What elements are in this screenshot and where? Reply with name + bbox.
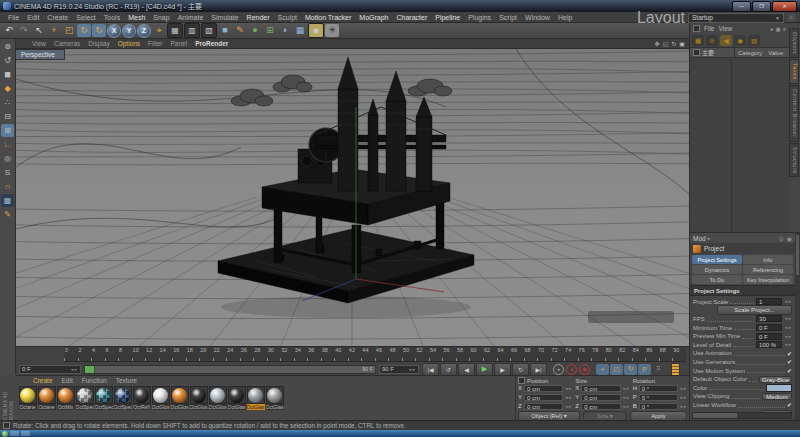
menu-item[interactable]: Pipeline — [431, 14, 464, 21]
take-view-menu[interactable]: View — [718, 25, 732, 32]
viewport-canvas[interactable]: Perspective — [16, 49, 689, 346]
scale-icon[interactable]: ◰ — [62, 24, 76, 37]
viewport-menu-item[interactable]: Display — [84, 40, 113, 47]
attribute-tab[interactable]: To Do — [692, 275, 742, 284]
take-file-menu[interactable]: File — [704, 25, 714, 32]
play-button[interactable]: ▶ — [476, 363, 493, 376]
vertical-scrollbar[interactable] — [795, 233, 800, 420]
goto-end-button[interactable]: ▶| — [530, 363, 547, 376]
material-item[interactable]: OctGlas — [265, 386, 284, 410]
attribute-tab[interactable]: Referencing — [743, 265, 793, 274]
menu-item[interactable]: Simulate — [207, 14, 242, 21]
previous-frame-button[interactable]: ◀ — [458, 363, 475, 376]
material-item[interactable]: Octane — [37, 386, 56, 410]
light-icon[interactable]: ☀ — [325, 24, 339, 37]
taskbar-app[interactable] — [21, 431, 30, 436]
size-field[interactable]: X0 cm◄► — [575, 384, 629, 392]
pan-view-icon[interactable]: ✥ — [655, 40, 660, 47]
menu-item[interactable]: Script — [495, 14, 521, 21]
attribute-tab[interactable]: Dynamics — [692, 265, 742, 274]
viewport-menu-item[interactable]: Options — [114, 40, 144, 47]
render-settings-icon[interactable]: ▧ — [201, 23, 217, 38]
material-item[interactable]: OctGlos — [151, 386, 170, 410]
attribute-row[interactable]: Use Motion System ◄► ✔ Use Motion System — [693, 367, 792, 375]
minimize-button[interactable]: — — [732, 1, 751, 12]
key-scale-toggle[interactable]: ◰ — [610, 364, 623, 375]
menu-item[interactable]: Motion Tracker — [301, 14, 355, 21]
magnet-icon[interactable]: ∩ — [1, 180, 14, 193]
take-override-pane[interactable] — [732, 58, 789, 232]
material-item[interactable]: OctRefl — [132, 386, 151, 410]
panel-pin-icon[interactable]: ▣ — [776, 26, 781, 32]
attr-section-header[interactable]: Project Settings — [690, 285, 795, 296]
viewport-label[interactable]: Perspective — [16, 49, 65, 60]
panel-menu-icon[interactable]: ≡ — [783, 26, 786, 32]
layout-dropdown[interactable]: Startup▼ — [688, 13, 784, 23]
panel-arrow-icon[interactable]: ▸ — [771, 26, 774, 32]
attribute-row[interactable]: Preview Min Time 0 F ◄► 0 F ✔ Preview Mi… — [693, 332, 792, 340]
preview-range-slider[interactable]: 90 F — [84, 365, 376, 374]
snap-icon[interactable]: S — [1, 166, 14, 179]
position-field[interactable]: Z0 cm◄► — [518, 402, 572, 410]
interface-icon[interactable]: ⊛ — [1, 40, 14, 53]
rotation-field[interactable]: P0 °◄► — [633, 393, 687, 401]
coord-system-icon[interactable]: ⌖ — [152, 24, 166, 37]
workplane-icon[interactable]: ▦ — [1, 194, 14, 207]
menu-item[interactable]: MoGraph — [355, 14, 392, 21]
stepper-icon[interactable]: ◄► — [70, 367, 78, 372]
play-backwards-button[interactable]: ↺ — [440, 363, 457, 376]
lock-z-button[interactable]: Z — [137, 24, 151, 38]
menu-item[interactable]: Edit — [23, 14, 43, 21]
lock-x-button[interactable]: X — [107, 24, 121, 38]
menu-item[interactable]: Tools — [100, 14, 124, 21]
spline-pen-icon[interactable]: ✎ — [233, 24, 247, 37]
menu-item[interactable]: Create — [43, 14, 72, 21]
size-field[interactable]: Y0 cm◄► — [575, 393, 629, 401]
viewport-menu-item[interactable]: Filter — [144, 40, 166, 47]
rotate-icon[interactable]: ↻ — [77, 24, 91, 37]
attribute-row[interactable]: Use Generators ◄► ✔ Use Generators — [693, 358, 792, 366]
main-take-label[interactable]: 主要 — [702, 48, 714, 57]
viewport-menu-item[interactable]: View — [28, 40, 50, 47]
material-menu-item[interactable]: Function — [78, 377, 111, 384]
menu-item[interactable]: Animate — [174, 14, 208, 21]
attribute-row[interactable]: Color ◄► ✔ Color — [693, 384, 792, 392]
play-loop-button[interactable]: ↻ — [512, 363, 529, 376]
range-start-handle[interactable] — [85, 366, 95, 373]
subdivision-surface-icon[interactable]: ● — [248, 24, 262, 37]
edges-mode-icon[interactable]: ⊟ — [1, 110, 14, 123]
cube-primitive-icon[interactable]: ■ — [218, 24, 232, 37]
material-item[interactable]: OctGlos — [189, 386, 208, 410]
attribute-row[interactable]: Scale Project... ◄► ✔ Scale Project... — [693, 307, 792, 315]
position-field[interactable]: X0 cm◄► — [518, 384, 572, 392]
lock-y-button[interactable]: Y — [122, 24, 136, 38]
command-search-icon[interactable]: ⌕ — [787, 13, 796, 22]
checkbox-icon[interactable] — [518, 377, 525, 384]
material-item[interactable]: OctSpec — [113, 386, 132, 410]
model-mode-icon[interactable]: ◼ — [1, 68, 14, 81]
close-button[interactable]: ✕ — [772, 1, 797, 12]
polygons-mode-icon[interactable]: ⊞ — [1, 124, 14, 137]
material-menu-item[interactable]: Edit — [58, 377, 77, 384]
move-icon[interactable]: + — [47, 24, 61, 37]
key-position-toggle[interactable]: + — [596, 364, 609, 375]
end-frame-field[interactable]: 90 F◄► — [379, 365, 419, 374]
key-pla-toggle[interactable]: ⠿ — [652, 364, 665, 375]
attr-mode-dropdown[interactable]: Mod — [693, 235, 706, 242]
dock-side-tab[interactable]: Objects — [789, 28, 799, 58]
attribute-row[interactable]: Default Object Color Gray-Blue ◄► Gray-B… — [693, 375, 792, 383]
key-rotation-toggle[interactable]: ↻ — [624, 364, 637, 375]
viewport-menu-item[interactable]: Cameras — [50, 40, 84, 47]
camera-icon[interactable]: ◉ — [308, 23, 324, 38]
menu-item[interactable]: File — [4, 14, 23, 21]
attribute-tab[interactable]: Key Interpolation — [743, 275, 793, 284]
minimal-fcurve-icon[interactable] — [671, 363, 680, 376]
size-field[interactable]: Z0 cm◄► — [575, 402, 629, 410]
current-frame-field[interactable]: 0 F◄► — [19, 365, 81, 374]
material-item[interactable]: OctGlas — [227, 386, 246, 410]
menu-item[interactable]: Window — [521, 14, 554, 21]
material-item[interactable]: OctSpec — [94, 386, 113, 410]
material-menu-item[interactable]: Texture — [112, 377, 141, 384]
attribute-row[interactable]: View Clipping Medium ◄► Medium ✔ View Cl… — [693, 393, 792, 401]
material-item[interactable]: OctGlos — [208, 386, 227, 410]
